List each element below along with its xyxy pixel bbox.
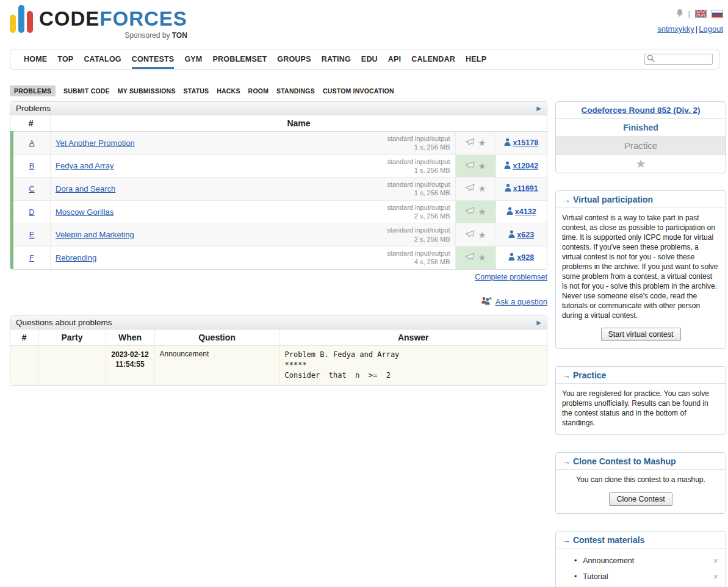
nav-item-calendar[interactable]: CALENDAR xyxy=(411,49,455,69)
subnav-item-my-submissions[interactable]: MY SUBMISSIONS xyxy=(118,87,176,95)
favorite-star-icon[interactable]: ★ xyxy=(478,138,486,148)
user-separator: | xyxy=(696,24,697,34)
contest-materials-title[interactable]: → Contest materials xyxy=(556,531,726,549)
material-announcement-link[interactable]: Announcement xyxy=(583,556,713,565)
problem-limits: standard input/output2 s, 256 MB xyxy=(387,203,450,221)
contest-title-link[interactable]: Codeforces Round 852 (Div. 2) xyxy=(582,106,701,115)
subnav-item-status[interactable]: STATUS xyxy=(184,87,209,95)
problem-index-link[interactable]: A xyxy=(29,139,35,148)
nav-item-gym[interactable]: GYM xyxy=(184,49,202,69)
close-icon[interactable]: × xyxy=(713,572,718,581)
start-virtual-contest-button[interactable]: Start virtual contest xyxy=(601,328,681,341)
contest-info-box: Codeforces Round 852 (Div. 2) Finished P… xyxy=(555,101,726,173)
practice-box: → Practice You are registered for practi… xyxy=(555,366,726,435)
logo-code: CODE xyxy=(39,7,99,30)
submit-plane-icon[interactable] xyxy=(465,253,475,262)
nav-item-top[interactable]: TOP xyxy=(57,49,73,69)
flag-en-icon[interactable] xyxy=(695,10,707,18)
problem-index-link[interactable]: E xyxy=(29,230,35,239)
flag-ru-icon[interactable] xyxy=(712,10,723,18)
solvers-count-link[interactable]: x11691 xyxy=(513,184,538,193)
questions-caption: Questions about problems xyxy=(16,318,112,327)
complete-problemset-link[interactable]: Complete problemset xyxy=(475,273,547,281)
search-input[interactable] xyxy=(657,54,710,64)
problem-limits: standard input/output1 s, 256 MB xyxy=(387,180,450,198)
problem-index-link[interactable]: C xyxy=(29,184,34,193)
solvers-count-link[interactable]: x15178 xyxy=(513,139,538,147)
close-icon[interactable]: × xyxy=(713,556,718,565)
problem-row: F Rebrendingstandard input/output4 s, 25… xyxy=(12,246,547,268)
problem-index-link[interactable]: B xyxy=(29,161,35,170)
contest-title-row: Codeforces Round 852 (Div. 2) xyxy=(556,102,726,119)
logo-forces: FORCES xyxy=(99,7,187,30)
logout-link[interactable]: Logout xyxy=(699,24,723,34)
username-link[interactable]: sntmxykky xyxy=(657,24,694,34)
favorite-star-icon[interactable]: ★ xyxy=(478,207,486,217)
problem-index-link[interactable]: D xyxy=(29,207,34,217)
problem-limits: standard input/output2 s, 256 MB xyxy=(387,226,450,243)
col-header-when: When xyxy=(106,330,154,346)
problem-index-link[interactable]: F xyxy=(29,253,34,262)
nav-item-problemset[interactable]: PROBLEMSET xyxy=(212,49,267,69)
clone-contest-button[interactable]: Clone Contest xyxy=(609,492,672,506)
clone-mashup-title[interactable]: → Clone Contest to Mashup xyxy=(556,453,726,470)
solvers-person-icon xyxy=(506,207,513,217)
favorite-star-icon[interactable]: ★ xyxy=(635,157,646,170)
solvers-count-link[interactable]: x623 xyxy=(517,231,534,239)
problem-name-link[interactable]: Fedya and Array xyxy=(56,161,114,170)
submit-plane-icon[interactable] xyxy=(465,139,475,148)
nav-item-home[interactable]: HOME xyxy=(24,49,47,69)
nav-item-contests[interactable]: CONTESTS xyxy=(132,49,175,69)
submit-plane-icon[interactable] xyxy=(465,162,475,171)
solvers-count-link[interactable]: x4132 xyxy=(515,207,536,216)
contest-star-row: ★ xyxy=(556,155,726,173)
virtual-participation-title[interactable]: → Virtual participation xyxy=(556,191,726,208)
problem-name-link[interactable]: Velepin and Marketing xyxy=(56,230,134,239)
collapse-arrow-icon[interactable]: ▶ xyxy=(536,319,541,326)
solvers-count-link[interactable]: x12042 xyxy=(513,162,538,170)
bullet-icon: • xyxy=(574,572,577,581)
nav-item-help[interactable]: HELP xyxy=(466,49,486,69)
practice-title[interactable]: → Practice xyxy=(556,367,726,384)
problem-limits: standard input/output1 s, 256 MB xyxy=(387,157,450,175)
problem-name-link[interactable]: Yet Another Promotion xyxy=(56,139,135,148)
material-tutorial-link[interactable]: Tutorial xyxy=(583,572,713,581)
subnav-item-hacks[interactable]: HACKS xyxy=(217,87,240,95)
practice-text: You are registered for practice. You can… xyxy=(556,384,726,434)
nav-item-groups[interactable]: GROUPS xyxy=(277,49,311,69)
collapse-arrow-icon[interactable]: ▶ xyxy=(536,105,541,112)
submit-plane-icon[interactable] xyxy=(465,207,475,217)
contest-materials-box: → Contest materials • Announcement × • T… xyxy=(555,531,726,587)
subnav-item-custom-invocation[interactable]: CUSTOM INVOCATION xyxy=(323,87,394,95)
problem-name-link[interactable]: Moscow Gorillas xyxy=(56,207,114,217)
favorite-star-icon[interactable]: ★ xyxy=(478,253,486,262)
nav-item-catalog[interactable]: CATALOG xyxy=(84,49,121,69)
ask-question-link[interactable]: Ask a question xyxy=(496,297,547,306)
bullet-icon: • xyxy=(574,556,577,565)
favorite-star-icon[interactable]: ★ xyxy=(478,161,486,171)
submit-plane-icon[interactable] xyxy=(465,184,475,193)
favorite-star-icon[interactable]: ★ xyxy=(478,230,486,240)
submit-plane-icon[interactable] xyxy=(465,231,475,240)
subnav-item-problems[interactable]: PROBLEMS xyxy=(10,85,56,96)
problem-name-link[interactable]: Rebrending xyxy=(56,253,96,262)
col-header-answer: Answer xyxy=(279,330,547,346)
problem-name-link[interactable]: Dora and Search xyxy=(56,184,115,193)
solvers-count-link[interactable]: x928 xyxy=(517,253,534,262)
problem-row: C Dora and Searchstandard input/output1 … xyxy=(12,178,547,201)
logo: CODEFORCES Sponsored by TON xyxy=(10,5,187,43)
nav-item-rating[interactable]: RATING xyxy=(322,49,351,69)
nav-item-api[interactable]: API xyxy=(388,49,401,69)
subnav-item-submit-code[interactable]: SUBMIT CODE xyxy=(63,87,110,95)
contest-materials-list: • Announcement × • Tutorial × xyxy=(556,553,726,585)
subnav-item-room[interactable]: ROOM xyxy=(248,87,268,95)
nav-item-edu[interactable]: EDU xyxy=(361,49,378,69)
question-when-cell: 2023-02-1211:54:55 xyxy=(106,345,154,385)
favorite-star-icon[interactable]: ★ xyxy=(478,184,486,193)
subnav-item-standings[interactable]: STANDINGS xyxy=(276,87,315,95)
problem-row: E Velepin and Marketingstandard input/ou… xyxy=(12,223,547,247)
question-index-cell xyxy=(10,345,38,385)
topbar-separator: | xyxy=(688,9,690,18)
logo-link[interactable]: CODEFORCES xyxy=(39,7,187,31)
bell-icon[interactable] xyxy=(676,9,683,19)
